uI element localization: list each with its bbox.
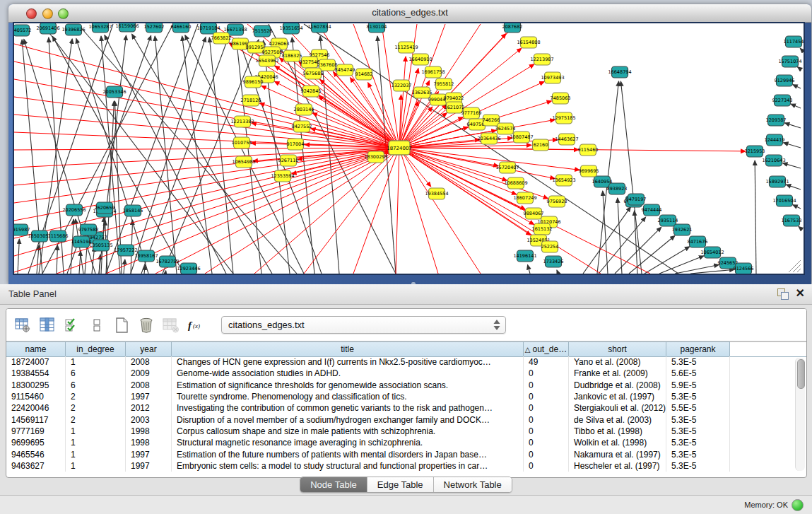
graph-node[interactable]: 14463627 xyxy=(555,134,578,145)
graph-node[interactable]: 10653287 xyxy=(88,23,112,33)
table-select-dropdown[interactable]: citations_edges.txt xyxy=(221,316,506,334)
graph-node[interactable]: 9884067 xyxy=(524,208,544,219)
column-header-year[interactable]: year xyxy=(126,341,172,356)
graph-node[interactable]: 1322037 xyxy=(392,80,412,91)
column-visibility-button[interactable] xyxy=(38,316,57,334)
graph-node[interactable]: 9777169 xyxy=(461,107,482,119)
graph-node[interactable]: 16159066 xyxy=(115,23,139,32)
graph-node-hub[interactable]: 18724007 xyxy=(387,141,412,155)
graph-node[interactable]: 1209387 xyxy=(766,115,787,126)
graph-node[interactable]: 10688609 xyxy=(504,177,527,189)
graph-node[interactable]: 2405572 xyxy=(14,25,31,36)
graph-node[interactable]: 9474444 xyxy=(642,204,662,216)
graph-node[interactable]: 3624574 xyxy=(495,123,516,134)
graph-node[interactable]: 14196141 xyxy=(513,250,536,262)
vertical-scrollbar[interactable] xyxy=(795,358,805,471)
graph-node[interactable]: 19384554 xyxy=(425,188,448,199)
graph-node[interactable]: 10973493 xyxy=(541,72,564,83)
graph-node[interactable]: 12213987 xyxy=(530,54,553,65)
graph-node[interactable]: 7932621 xyxy=(672,224,693,235)
graph-node[interactable]: 2718126 xyxy=(241,95,261,106)
graph-node[interactable]: 19351654 xyxy=(279,23,302,34)
graph-node[interactable]: 16782759 xyxy=(155,256,179,267)
graph-node[interactable]: 2620659 xyxy=(95,202,115,214)
graph-node[interactable]: 13505135 xyxy=(89,240,112,251)
tab-network-table[interactable]: Network Table xyxy=(434,477,512,492)
table-row[interactable]: 911546021997Tourette syndrome. Phenomeno… xyxy=(6,391,806,402)
graph-node[interactable]: 20053346 xyxy=(102,86,126,98)
graph-node[interactable]: 11607834 xyxy=(307,23,331,33)
graph-node[interactable]: 10807487 xyxy=(510,132,533,143)
graph-node[interactable]: 1615132 xyxy=(532,223,553,235)
graph-node[interactable]: 8938923 xyxy=(607,183,628,194)
new-column-button[interactable] xyxy=(112,316,131,334)
table-row[interactable]: 946362711997Embryonic stem cells: a mode… xyxy=(6,460,806,472)
graph-node[interactable]: 9896150 xyxy=(243,76,264,88)
column-header-name[interactable]: name xyxy=(6,341,66,356)
graph-node[interactable]: 1527602 xyxy=(144,23,165,33)
table-row[interactable]: 1938455462009Genome-wide association stu… xyxy=(6,368,806,379)
graph-node[interactable]: 1145194 xyxy=(71,236,92,247)
graph-node[interactable]: 7515526 xyxy=(252,25,273,37)
graph-node[interactable]: 10654012 xyxy=(700,247,724,258)
graph-node[interactable]: 11125419 xyxy=(394,42,418,53)
graph-node[interactable]: 8471676 xyxy=(688,236,708,247)
graph-node[interactable]: 13654923 xyxy=(552,175,575,186)
graph-node[interactable]: 16961758 xyxy=(421,66,445,78)
graph-node[interactable]: 9797588 xyxy=(78,224,99,235)
graph-node[interactable]: 9227343 xyxy=(772,95,793,106)
graph-node[interactable]: 7955812 xyxy=(434,78,454,90)
scrollbar-thumb[interactable] xyxy=(797,359,805,389)
graph-node[interactable]: 2803144 xyxy=(294,104,314,115)
graph-node[interactable]: 8427552 xyxy=(292,121,312,132)
graph-node[interactable]: 8130104 xyxy=(367,23,387,33)
graph-node[interactable]: 62160 xyxy=(533,139,549,151)
graph-node[interactable]: 19396826 xyxy=(61,24,85,35)
tab-node-table[interactable]: Node Table xyxy=(300,477,367,492)
table-row[interactable]: 1872400712008Changes of HCN gene express… xyxy=(6,356,806,368)
graph-node[interactable]: 17016504 xyxy=(772,195,796,206)
graph-node[interactable]: 20206556 xyxy=(62,204,86,216)
function-builder-button[interactable]: f (x) xyxy=(187,316,205,334)
table-row[interactable]: 1456911722003Disruption of a novel membe… xyxy=(6,414,806,425)
resize-grip[interactable] xyxy=(789,260,801,272)
graph-node[interactable]: 20691406 xyxy=(36,23,59,34)
graph-node[interactable]: 9115460 xyxy=(578,144,599,156)
graph-node[interactable]: 1244419 xyxy=(765,134,785,146)
graph-node[interactable]: 16210643 xyxy=(762,155,785,166)
graph-node[interactable]: 12353594 xyxy=(271,170,294,182)
column-header-out_de[interactable]: △out_de… xyxy=(524,341,569,356)
graph-node[interactable]: 1733426 xyxy=(543,256,564,267)
graph-node[interactable]: 7485063 xyxy=(551,93,571,104)
graph-node[interactable]: 12213382 xyxy=(230,116,254,127)
graph-node[interactable]: 6466160 xyxy=(171,23,192,33)
delete-column-button[interactable] xyxy=(137,316,155,334)
graph-node[interactable]: 12975185 xyxy=(552,112,575,124)
graph-node[interactable]: 20364436 xyxy=(477,133,500,144)
float-panel-icon[interactable] xyxy=(776,287,789,300)
graph-node[interactable]: 10654985 xyxy=(232,156,255,168)
graph-node[interactable]: 1117454 xyxy=(784,36,804,47)
graph-node[interactable]: 15751074 xyxy=(778,56,801,67)
graph-node[interactable]: 1115686 xyxy=(48,230,69,242)
graph-node[interactable]: 12923446 xyxy=(177,263,200,274)
graph-node[interactable]: 1010755 xyxy=(232,137,252,148)
graph-node[interactable]: 9242845 xyxy=(301,86,322,97)
graph-node[interactable]: 252254 xyxy=(541,241,559,252)
graph-node[interactable]: 917004 xyxy=(287,139,305,150)
graph-node[interactable]: 16648794 xyxy=(608,66,631,78)
column-header-title[interactable]: title xyxy=(172,341,524,356)
graph-node[interactable]: 8454749 xyxy=(335,64,355,76)
graph-node[interactable]: 9699695 xyxy=(579,165,599,177)
table-row[interactable]: 977716911998Corpus callosum shape and si… xyxy=(6,426,806,437)
graph-node[interactable]: 7663822 xyxy=(211,33,232,44)
graph-node[interactable]: 16543962 xyxy=(255,55,278,66)
row-selection-button[interactable] xyxy=(63,316,81,334)
graph-node[interactable]: 16154808 xyxy=(517,37,540,48)
table-settings-button[interactable] xyxy=(13,316,32,334)
rows-button[interactable] xyxy=(88,316,106,334)
graph-node[interactable]: 3215953 xyxy=(745,146,765,157)
graph-node[interactable]: 18300295 xyxy=(364,151,387,163)
graph-node[interactable]: 2087682 xyxy=(502,23,523,33)
column-header-short[interactable]: short xyxy=(569,341,666,356)
